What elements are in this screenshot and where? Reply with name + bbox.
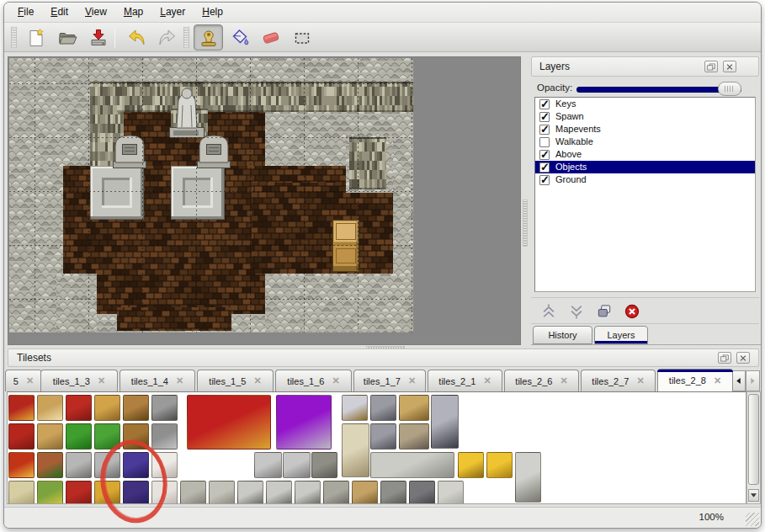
tab-close-icon[interactable]: ✕	[408, 375, 416, 386]
map-canvas[interactable]	[9, 58, 413, 332]
scroll-tabs-right-button[interactable]	[746, 370, 760, 391]
tile-stone-block-row[interactable]	[370, 452, 454, 478]
tab-close-icon[interactable]: ✕	[636, 375, 644, 386]
tileset-tab-tiles_2_7[interactable]: tiles_2_7✕	[581, 370, 656, 391]
layer-row-walkable[interactable]: Walkable	[535, 136, 755, 148]
menu-edit[interactable]: Edit	[42, 3, 77, 20]
tile-red-cushion-2[interactable]	[66, 481, 92, 504]
tab-close-icon[interactable]: ✕	[253, 375, 261, 386]
tab-close-icon[interactable]: ✕	[332, 375, 339, 386]
tile-red-throne[interactable]	[187, 395, 271, 450]
select-tool-button[interactable]	[287, 24, 316, 51]
splitter-grip[interactable]	[523, 200, 528, 247]
stamp-tool-button[interactable]	[194, 24, 223, 51]
tile-gold-pile[interactable]	[486, 452, 513, 478]
menu-file[interactable]: File	[9, 3, 42, 20]
layer-row-keys[interactable]: ✓Keys	[535, 98, 755, 110]
tab-close-icon[interactable]: ✕	[483, 375, 491, 386]
tile-bush-pot[interactable]	[94, 452, 120, 478]
float-panel-button[interactable]	[704, 61, 718, 72]
layer-visibility-checkbox[interactable]: ✓	[539, 112, 550, 122]
layer-visibility-checkbox[interactable]: ✓	[539, 99, 550, 109]
layer-visibility-checkbox[interactable]: ✓	[539, 125, 550, 135]
fill-tool-button[interactable]	[225, 24, 254, 51]
layer-visibility-checkbox[interactable]: ✓	[539, 150, 550, 160]
tab-layers[interactable]: Layers	[594, 326, 648, 344]
tile-wood-shrine[interactable]	[352, 481, 378, 504]
scroll-tabs-left-button[interactable]	[731, 370, 746, 391]
close-panel-button[interactable]	[723, 61, 736, 72]
tile-red-crest-shield[interactable]	[8, 452, 35, 478]
tile-wood-door-bottom[interactable]	[123, 423, 149, 450]
tile-light-block[interactable]	[438, 481, 464, 504]
tile-knight-armor[interactable]	[431, 395, 459, 449]
layer-visibility-checkbox[interactable]: ✓	[539, 175, 550, 185]
tileset-scrollbar[interactable]	[746, 391, 761, 504]
vertical-splitter[interactable]	[522, 56, 529, 345]
move-layer-down-button[interactable]	[566, 301, 587, 322]
eraser-tool-button[interactable]	[256, 24, 285, 51]
tile-gargoyle-left[interactable]	[254, 452, 282, 478]
tile-red-banner-top[interactable]	[8, 395, 35, 421]
tileset-tab-tiles_2_1[interactable]: tiles_2_1✕	[428, 370, 502, 391]
toolbar-drag-handle[interactable]	[183, 27, 189, 48]
resize-grip-icon[interactable]	[746, 513, 759, 526]
tile-gargoyle-right[interactable]	[283, 452, 311, 478]
tile-purple-door-top[interactable]	[123, 452, 149, 478]
tile-gargoyle-barrel[interactable]	[311, 452, 337, 478]
tile-stone-barrel[interactable]	[323, 481, 349, 504]
tile-stone-bed-top[interactable]	[151, 395, 178, 421]
layer-row-objects[interactable]: ✓Objects	[535, 161, 755, 173]
tile-grave-statue-b[interactable]	[266, 481, 292, 504]
tile-green-banner[interactable]	[37, 481, 63, 504]
delete-layer-button[interactable]	[621, 301, 643, 322]
layer-visibility-checkbox[interactable]: ✓	[539, 162, 550, 173]
tileset-tab-tiles_1_3[interactable]: tiles_1_3✕	[40, 370, 118, 391]
duplicate-layer-button[interactable]	[593, 301, 615, 322]
layer-visibility-checkbox[interactable]	[539, 137, 550, 147]
tile-palm-pot[interactable]	[66, 452, 92, 478]
tile-gold-chair[interactable]	[94, 395, 120, 421]
tab-close-icon[interactable]: ✕	[560, 375, 567, 386]
tile-rock-pile-b[interactable]	[209, 481, 235, 504]
tile-treasure-pile[interactable]	[399, 423, 429, 450]
tile-wood-desk[interactable]	[399, 395, 429, 421]
tile-hooded-statue[interactable]	[515, 452, 541, 503]
tile-loom-bottom[interactable]	[37, 423, 63, 450]
tile-bookshelf[interactable]	[37, 452, 63, 478]
redo-button[interactable]	[152, 24, 182, 51]
tileset-tab-5[interactable]: 5✕	[5, 370, 42, 391]
tile-pillar-base[interactable]	[409, 481, 435, 504]
tile-palm-plant[interactable]	[66, 423, 92, 450]
tile-wood-door-top[interactable]	[123, 395, 149, 421]
tile-white-bed-bottom[interactable]	[151, 481, 178, 504]
tile-pillar-top[interactable]	[380, 481, 406, 504]
tile-grave-statue-a[interactable]	[237, 481, 263, 504]
tileset-tab-tiles_1_4[interactable]: tiles_1_4✕	[120, 370, 195, 391]
open-file-button[interactable]	[52, 24, 82, 51]
new-file-button[interactable]	[21, 24, 50, 51]
menu-layer[interactable]: Layer	[151, 3, 194, 20]
save-file-button[interactable]	[83, 24, 113, 51]
tile-framed-portrait[interactable]	[342, 395, 368, 421]
tile-loom-top[interactable]	[37, 395, 63, 421]
layer-row-above[interactable]: ✓Above	[535, 148, 755, 161]
tab-history[interactable]: History	[533, 326, 592, 344]
tile-gold-cross[interactable]	[94, 481, 120, 504]
tileset-tab-tiles_2_6[interactable]: tiles_2_6✕	[504, 370, 579, 391]
opacity-slider-handle[interactable]	[718, 82, 741, 96]
tile-grave-statue-c[interactable]	[295, 481, 321, 504]
close-panel-button[interactable]	[736, 352, 750, 364]
toolbar-drag-handle[interactable]	[11, 27, 17, 48]
move-layer-up-button[interactable]	[538, 301, 560, 322]
tile-stone-bed-bottom[interactable]	[151, 423, 178, 450]
tile-red-cushion[interactable]	[66, 395, 92, 421]
scrollbar-down-button[interactable]	[748, 489, 759, 502]
tileset-tab-tiles_1_5[interactable]: tiles_1_5✕	[197, 370, 274, 391]
tileset-tab-tiles_1_6[interactable]: tiles_1_6✕	[275, 370, 352, 391]
tile-parchment[interactable]	[8, 481, 35, 504]
tile-purple-door-bottom[interactable]	[123, 481, 149, 504]
tile-rock-pile-a[interactable]	[180, 481, 206, 504]
layer-row-ground[interactable]: ✓Ground	[535, 173, 755, 186]
opacity-slider[interactable]	[576, 87, 741, 93]
